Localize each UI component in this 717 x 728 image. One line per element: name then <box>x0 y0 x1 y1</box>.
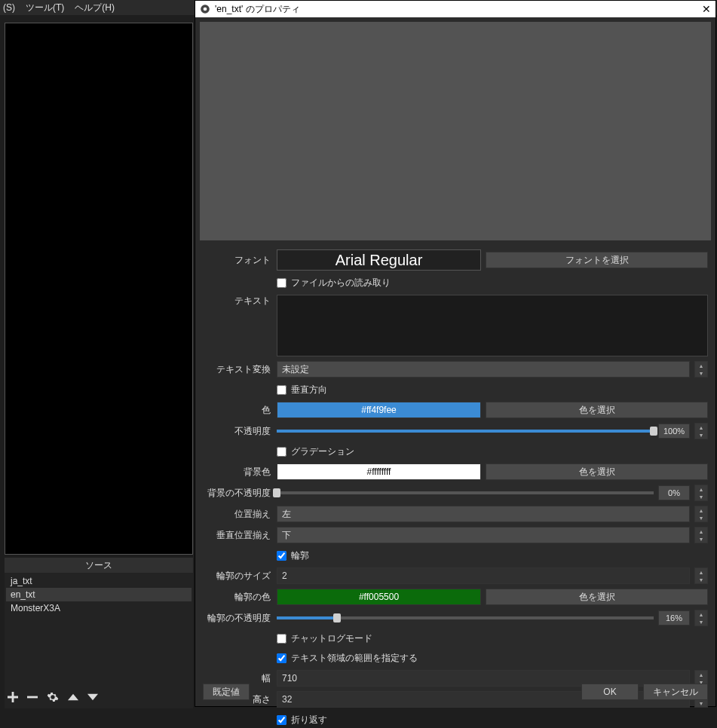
select-color-button[interactable]: 色を選択 <box>486 402 708 418</box>
defaults-button[interactable]: 既定値 <box>203 684 250 700</box>
label-text: テキスト <box>203 295 277 307</box>
spin-icon[interactable]: ▲▼ <box>694 423 708 439</box>
opacity-value: 100% <box>658 424 690 439</box>
dialog-title: 'en_txt' のプロパティ <box>215 3 300 16</box>
menu-item-help[interactable]: ヘルプ(H) <box>75 2 115 14</box>
ok-button[interactable]: OK <box>581 684 639 700</box>
spin-icon[interactable]: ▲▼ <box>694 485 708 501</box>
chatlog-checkbox[interactable]: チャットログモード <box>277 632 372 645</box>
label-bg-opacity: 背景の不透明度 <box>203 487 277 500</box>
spin-icon[interactable]: ▲▼ <box>694 567 708 584</box>
remove-icon[interactable] <box>27 692 38 705</box>
label-font: フォント <box>203 254 277 267</box>
spin-icon[interactable]: ▲▼ <box>694 610 708 626</box>
select-bg-color-button[interactable]: 色を選択 <box>486 463 708 480</box>
move-up-icon[interactable] <box>68 692 78 705</box>
gear-icon[interactable] <box>47 691 59 705</box>
vertical-checkbox[interactable]: 垂直方向 <box>277 384 327 396</box>
opacity-slider[interactable]: 100% ▲▼ <box>277 423 708 439</box>
read-from-file-checkbox[interactable]: ファイルからの読み取り <box>277 277 391 289</box>
wrap-checkbox[interactable]: 折り返す <box>277 714 327 726</box>
main-preview <box>5 23 193 555</box>
spin-icon[interactable]: ▲▼ <box>694 506 708 522</box>
sources-toolbar <box>8 691 98 705</box>
cancel-button[interactable]: キャンセル <box>643 684 708 700</box>
font-display: Arial Regular <box>277 249 481 271</box>
menu-item-tools[interactable]: ツール(T) <box>26 2 64 14</box>
label-outline-size: 輪郭のサイズ <box>203 570 277 583</box>
label-align: 位置揃え <box>203 508 277 521</box>
gradient-checkbox[interactable]: グラデーション <box>277 445 354 458</box>
label-bg-color: 背景色 <box>203 466 277 479</box>
bg-opacity-value: 0% <box>658 485 690 500</box>
label-text-transform: テキスト変換 <box>203 363 277 376</box>
select-font-button[interactable]: フォントを選択 <box>486 252 708 268</box>
color-swatch[interactable]: #ff4f9fee <box>277 402 481 418</box>
svg-point-1 <box>204 8 207 11</box>
spin-icon[interactable]: ▲▼ <box>694 527 708 543</box>
move-down-icon[interactable] <box>87 692 98 705</box>
bg-color-swatch[interactable]: #ffffffff <box>277 463 481 480</box>
text-transform-select[interactable]: 未設定 <box>277 361 690 378</box>
outline-opacity-slider[interactable]: 16% ▲▼ <box>277 610 708 626</box>
label-color: 色 <box>203 404 277 417</box>
dialog-preview <box>200 22 711 240</box>
properties-dialog: 'en_txt' のプロパティ ✕ フォント Arial Regular フォン… <box>195 0 716 707</box>
text-input[interactable] <box>277 295 708 356</box>
outline-color-swatch[interactable]: #ff005500 <box>277 589 481 605</box>
outline-opacity-value: 16% <box>658 610 690 626</box>
extent-checkbox[interactable]: テキスト領域の範囲を指定する <box>277 652 418 665</box>
source-list[interactable]: ja_txt en_txt MonsterX3A <box>5 573 193 616</box>
sources-panel: ソース ja_txt en_txt MonsterX3A <box>5 558 193 708</box>
align-select[interactable]: 左 <box>277 506 690 522</box>
valign-select[interactable]: 下 <box>277 527 690 543</box>
sources-header: ソース <box>5 558 193 573</box>
list-item[interactable]: MonsterX3A <box>6 601 192 615</box>
outline-size-input[interactable]: 2 <box>277 567 690 584</box>
select-outline-color-button[interactable]: 色を選択 <box>486 589 708 605</box>
label-opacity: 不透明度 <box>203 425 277 438</box>
label-outline-opacity: 輪郭の不透明度 <box>203 612 277 625</box>
spin-icon[interactable]: ▲▼ <box>694 361 708 378</box>
bg-opacity-slider[interactable]: 0% ▲▼ <box>277 485 708 501</box>
close-icon[interactable]: ✕ <box>702 3 711 15</box>
add-icon[interactable] <box>8 692 18 705</box>
label-outline-color: 輪郭の色 <box>203 591 277 604</box>
label-valign: 垂直位置揃え <box>203 529 277 542</box>
titlebar[interactable]: 'en_txt' のプロパティ ✕ <box>195 1 715 17</box>
list-item[interactable]: ja_txt <box>6 574 192 588</box>
label-width: 幅 <box>203 672 277 685</box>
list-item[interactable]: en_txt <box>6 588 192 601</box>
menu-item-s[interactable]: (S) <box>3 2 15 13</box>
app-icon <box>200 4 210 14</box>
outline-checkbox[interactable]: 輪郭 <box>277 549 309 562</box>
